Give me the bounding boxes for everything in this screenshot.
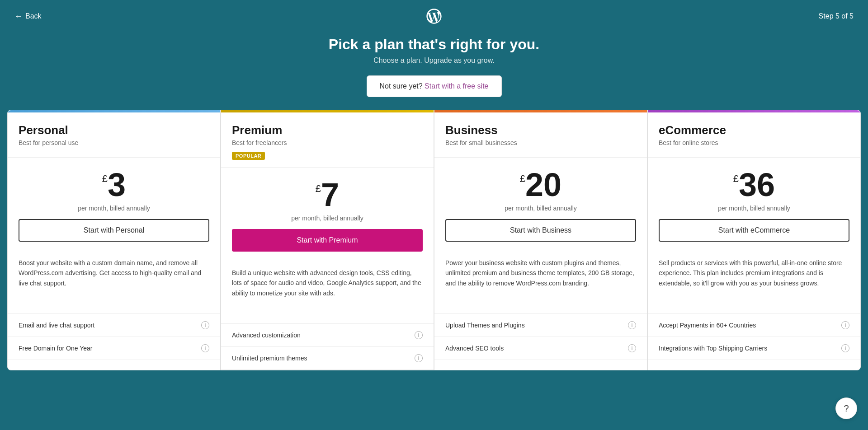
price-currency-premium: £	[316, 183, 321, 195]
back-label: Back	[25, 12, 42, 20]
plan-description-ecommerce: Sell products or services with this powe…	[648, 251, 860, 314]
start-personal-button[interactable]: Start with Personal	[19, 219, 209, 242]
price-display-ecommerce: £ 36	[659, 168, 849, 201]
price-period-business: per month, billed annually	[445, 205, 636, 212]
page-subtitle: Choose a plan. Upgrade as you grow.	[14, 56, 854, 65]
free-site-link[interactable]: Start with a free site	[425, 82, 488, 90]
feature-item: Accept Payments in 60+ Countries i	[648, 314, 860, 337]
feature-label: Email and live chat support	[19, 322, 94, 329]
start-business-button[interactable]: Start with Business	[445, 219, 636, 242]
free-site-text: Not sure yet?	[380, 82, 423, 90]
feature-item: Email and live chat support i	[8, 314, 220, 337]
plan-pricing-premium: £ 7 per month, billed annually	[221, 168, 434, 229]
plan-tagline-personal: Best for personal use	[19, 139, 209, 146]
plan-name-ecommerce: eCommerce	[659, 123, 849, 137]
start-premium-button[interactable]: Start with Premium	[232, 229, 423, 252]
plan-card-premium: Premium Best for freelancers POPULAR £ 7…	[221, 110, 434, 370]
feature-item: Advanced SEO tools i	[434, 337, 647, 360]
price-period-premium: per month, billed annually	[232, 215, 423, 222]
popular-badge: POPULAR	[232, 152, 265, 160]
info-icon[interactable]: i	[415, 331, 423, 339]
price-amount-ecommerce: 36	[739, 168, 775, 201]
price-amount-premium: 7	[321, 178, 339, 211]
plan-cta-premium: Start with Premium	[221, 229, 434, 261]
plan-features-premium: Advanced customization i Unlimited premi…	[221, 324, 434, 370]
plan-tagline-business: Best for small businesses	[445, 139, 636, 146]
price-currency-ecommerce: £	[733, 173, 739, 185]
plan-card-ecommerce: eCommerce Best for online stores £ 36 pe…	[647, 110, 861, 370]
price-currency-personal: £	[102, 173, 108, 185]
plan-cta-business: Start with Business	[434, 219, 647, 251]
plan-cta-personal: Start with Personal	[8, 219, 220, 251]
plan-pricing-ecommerce: £ 36 per month, billed annually	[648, 158, 860, 219]
plan-card-personal: Personal Best for personal use £ 3 per m…	[7, 110, 221, 370]
plan-card-business: Business Best for small businesses £ 20 …	[434, 110, 647, 370]
feature-item: Upload Themes and Plugins i	[434, 314, 647, 337]
plan-description-business: Power your business website with custom …	[434, 251, 647, 314]
free-site-box: Not sure yet? Start with a free site	[367, 75, 502, 97]
price-amount-personal: 3	[108, 168, 126, 201]
price-period-ecommerce: per month, billed annually	[659, 205, 849, 212]
header: ← Back Step 5 of 5	[0, 0, 868, 33]
back-arrow-icon: ←	[14, 12, 23, 21]
plan-name-business: Business	[445, 123, 636, 137]
info-icon[interactable]: i	[201, 344, 209, 352]
hero-section: Pick a plan that's right for you. Choose…	[0, 33, 868, 75]
page-title: Pick a plan that's right for you.	[14, 36, 854, 53]
plan-name-premium: Premium	[232, 123, 423, 137]
price-currency-business: £	[520, 173, 525, 185]
plan-header-premium: Premium Best for freelancers POPULAR	[221, 112, 434, 168]
info-icon[interactable]: i	[415, 354, 423, 362]
price-display-business: £ 20	[445, 168, 636, 201]
plan-header-personal: Personal Best for personal use	[8, 112, 220, 158]
feature-label: Upload Themes and Plugins	[445, 322, 525, 329]
price-display-premium: £ 7	[232, 178, 423, 211]
plan-features-ecommerce: Accept Payments in 60+ Countries i Integ…	[648, 314, 860, 360]
plan-cta-ecommerce: Start with eCommerce	[648, 219, 860, 251]
feature-label: Integrations with Top Shipping Carriers	[659, 345, 767, 352]
feature-item: Free Domain for One Year i	[8, 337, 220, 360]
price-amount-business: 20	[525, 168, 561, 201]
feature-label: Accept Payments in 60+ Countries	[659, 322, 756, 329]
info-icon[interactable]: i	[628, 321, 636, 329]
plan-tagline-ecommerce: Best for online stores	[659, 139, 849, 146]
plan-header-ecommerce: eCommerce Best for online stores	[648, 112, 860, 158]
free-site-banner: Not sure yet? Start with a free site	[0, 75, 868, 97]
plan-tagline-premium: Best for freelancers	[232, 139, 423, 146]
info-icon[interactable]: i	[841, 344, 849, 352]
plan-description-personal: Boost your website with a custom domain …	[8, 251, 220, 314]
feature-item: Integrations with Top Shipping Carriers …	[648, 337, 860, 360]
plan-description-premium: Build a unique website with advanced des…	[221, 261, 434, 324]
feature-label: Advanced customization	[232, 332, 301, 339]
feature-label: Advanced SEO tools	[445, 345, 504, 352]
info-icon[interactable]: i	[841, 321, 849, 329]
wordpress-logo	[425, 7, 443, 25]
plan-header-business: Business Best for small businesses	[434, 112, 647, 158]
feature-item: Unlimited premium themes i	[221, 347, 434, 370]
price-display-personal: £ 3	[19, 168, 209, 201]
step-indicator: Step 5 of 5	[819, 12, 854, 20]
back-button[interactable]: ← Back	[14, 12, 42, 21]
price-period-personal: per month, billed annually	[19, 205, 209, 212]
feature-label: Free Domain for One Year	[19, 345, 92, 352]
feature-label: Unlimited premium themes	[232, 355, 307, 362]
feature-item: Advanced customization i	[221, 324, 434, 347]
help-button[interactable]: ?	[835, 397, 857, 419]
plan-pricing-business: £ 20 per month, billed annually	[434, 158, 647, 219]
plans-grid: Personal Best for personal use £ 3 per m…	[7, 110, 861, 370]
start-ecommerce-button[interactable]: Start with eCommerce	[659, 219, 849, 242]
plan-features-business: Upload Themes and Plugins i Advanced SEO…	[434, 314, 647, 360]
plan-pricing-personal: £ 3 per month, billed annually	[8, 158, 220, 219]
plan-features-personal: Email and live chat support i Free Domai…	[8, 314, 220, 360]
plan-name-personal: Personal	[19, 123, 209, 137]
info-icon[interactable]: i	[628, 344, 636, 352]
info-icon[interactable]: i	[201, 321, 209, 329]
